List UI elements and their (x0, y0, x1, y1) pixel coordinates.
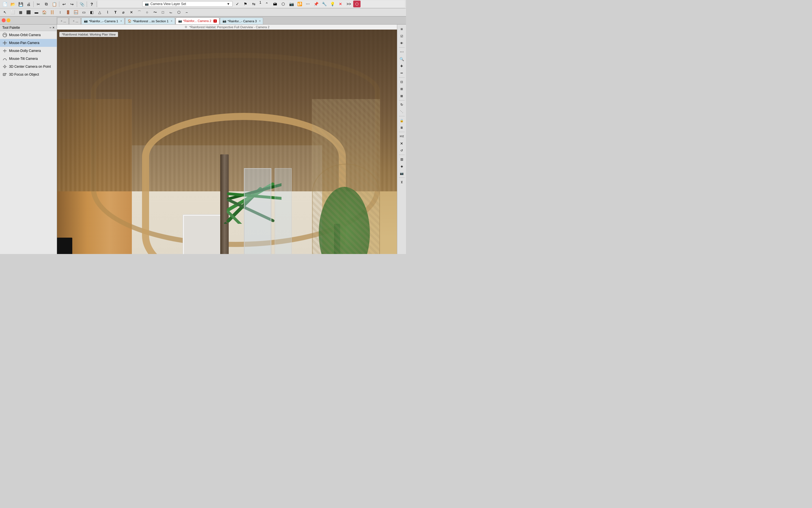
camera-tool-button[interactable]: 🔧 (320, 1, 328, 7)
visibility-button[interactable]: 👁 (398, 40, 405, 47)
viewport-close-icon[interactable]: ⊗ (185, 25, 187, 29)
layer-vis-button[interactable]: ≣ (398, 124, 405, 131)
palette-item-focus[interactable]: 3D Focus on Object (0, 71, 57, 79)
cross-button[interactable]: ✕ (398, 140, 405, 147)
column-tool-button[interactable]: ⬛ (25, 9, 32, 16)
redo-button[interactable]: ↪ (68, 1, 76, 8)
camera-flag-button[interactable]: ⚑ (242, 1, 249, 7)
paste-button[interactable]: 📋 (50, 1, 58, 8)
tab-1-label: ... (64, 19, 66, 23)
zoom-in-button[interactable]: + (398, 62, 405, 70)
tab-2-close[interactable]: × (73, 19, 75, 23)
box-select-button[interactable]: ⬜ (9, 9, 16, 16)
staircase (312, 99, 380, 254)
roof-tool-button[interactable]: 🏠 (41, 9, 48, 16)
shape-tool-button[interactable]: △ (96, 9, 103, 16)
camera-set-dropdown[interactable]: 📷 Camera View Layer Set ▼ (142, 1, 233, 7)
door-tool-button[interactable]: 🚪 (65, 9, 72, 16)
camera-3d-button[interactable]: 📷 (288, 1, 295, 7)
curtain-tool-button[interactable]: ◧ (88, 9, 95, 16)
nurbs-button[interactable]: ⌇ (104, 9, 111, 16)
tab-5-close[interactable]: × (213, 19, 217, 23)
camera-house-button[interactable]: ⬡ (280, 1, 287, 7)
window-tool-button[interactable]: 🪟 (72, 9, 80, 16)
camera-prev-button[interactable]: ⌃ (263, 1, 271, 7)
palette-minimize-icon[interactable]: − (49, 26, 51, 30)
polygon-button[interactable]: ✕ (128, 9, 135, 16)
arrow-tool-button[interactable]: ↖ (1, 9, 8, 16)
palette-item-orbit[interactable]: Mouse-Orbit Camera (0, 31, 57, 39)
new-button[interactable]: 📄 (1, 1, 8, 8)
search-right-button[interactable]: 🔍 (398, 55, 405, 62)
stair-tool-button[interactable]: 🪜 (48, 9, 56, 16)
tab-4[interactable]: 🏠 *Rainforest ...ss Section 1 × (125, 17, 175, 24)
palette-close-icon[interactable]: × (52, 26, 54, 30)
fit-all-button[interactable]: ⊡ (398, 79, 405, 85)
wall-tool-button[interactable]: ▦ (17, 9, 24, 16)
palette-item-dolly[interactable]: Mouse-Dolly Camera (0, 47, 57, 55)
camera-more-button[interactable]: ⋯ (304, 1, 312, 7)
arc-button[interactable]: ⌒ (135, 9, 143, 16)
tab-4-close[interactable]: × (171, 19, 172, 23)
slab-tool-button[interactable]: ▬ (33, 9, 40, 16)
dotdot-right-button[interactable]: ⋱ (398, 109, 405, 115)
tab-5[interactable]: 📷 *Rainfor... Camera 2 × (176, 17, 220, 24)
palette-item-tilt[interactable]: Mouse-Tilt Camera (0, 55, 57, 62)
rotate-right-button[interactable]: ↺ (398, 147, 405, 154)
object-info-button[interactable]: ☑ (398, 33, 405, 40)
text-tool-button[interactable]: T (112, 9, 119, 16)
properties-button[interactable]: ≡ (398, 26, 405, 33)
print-button[interactable]: 🖨 (25, 1, 32, 8)
section-button[interactable]: ▥ (398, 156, 405, 163)
tab-6-close[interactable]: × (259, 19, 260, 23)
copy-button[interactable]: ⧉ (43, 1, 50, 8)
detail-button[interactable]: ⬡ (175, 9, 182, 16)
tab-3[interactable]: 📷 *Rainfor...- Camera 1 × (81, 17, 124, 24)
undo-button[interactable]: ↩ (60, 1, 68, 8)
viewport-main[interactable]: *Rainforest Habitat: Working Plan View (57, 30, 397, 254)
dim-tool-button[interactable]: ⌀ (120, 9, 127, 16)
layer-lock-button[interactable]: 🔒 (398, 117, 405, 124)
render-button[interactable]: ◈ (398, 163, 405, 170)
railing-tool-button[interactable]: ⫶ (56, 9, 64, 16)
help-button[interactable]: ? (88, 1, 95, 8)
tab-1[interactable]: × ... (57, 17, 69, 24)
tab-1-close[interactable]: × (61, 19, 63, 23)
tab-3-close[interactable]: × (120, 19, 122, 23)
camera-lamp-button[interactable]: 💡 (329, 1, 336, 7)
zoom-out-button[interactable]: − (398, 70, 405, 77)
plan-view-label-text: *Rainforest Habitat: Working Plan View (62, 33, 116, 36)
camera-pin-button[interactable]: 📌 (312, 1, 320, 7)
zoom-ext-button[interactable]: ⊠ (398, 93, 405, 99)
camera-right-button[interactable]: 📷 (398, 170, 405, 177)
measure-button[interactable]: ⌢ (183, 9, 190, 16)
rect-button[interactable]: □ (159, 9, 167, 16)
minimize-palette-button[interactable] (6, 18, 10, 22)
close-palette-button[interactable] (2, 18, 6, 22)
rotate-view-button[interactable]: ↻ (398, 101, 405, 108)
camera-x-button[interactable]: ✕ (337, 1, 344, 7)
dots-right-button[interactable]: ⋯ (398, 48, 405, 55)
opening-tool-button[interactable]: ▭ (80, 9, 87, 16)
cut-button[interactable]: ✂ (35, 1, 42, 8)
palette-item-pan[interactable]: Mouse-Pan Camera (0, 39, 57, 47)
chain-button[interactable]: ⌙ (167, 9, 174, 16)
freehand-button[interactable]: 〜 (151, 9, 159, 16)
camera-special-button[interactable]: ⬡ (353, 1, 361, 7)
tab-2[interactable]: × ... (69, 17, 81, 24)
tab-6[interactable]: 📷 *Rainfor...- Camera 3 × (220, 17, 263, 24)
palette-item-center[interactable]: 3D Center Camera on Point (0, 62, 57, 71)
camera-check-button[interactable]: ✓ (234, 1, 241, 7)
tab-5-label: *Rainfor... Camera 2 (183, 19, 211, 23)
fit-sel-button[interactable]: ⊞ (398, 86, 405, 92)
save-button[interactable]: 💾 (17, 1, 24, 8)
camera-overflow-button[interactable]: >> (345, 1, 352, 7)
expand-button[interactable]: ⊻ (398, 179, 405, 185)
camera-nav-button[interactable]: ⇆ (250, 1, 257, 7)
camera-orbit-button[interactable]: 🔁 (296, 1, 303, 7)
ref-button[interactable]: 📎 (78, 1, 86, 8)
xyz-button[interactable]: XYZ (398, 133, 405, 140)
circle-button[interactable]: ○ (144, 9, 151, 16)
open-button[interactable]: 📂 (9, 1, 16, 8)
camera-next-button[interactable]: 🏔 (271, 1, 279, 7)
